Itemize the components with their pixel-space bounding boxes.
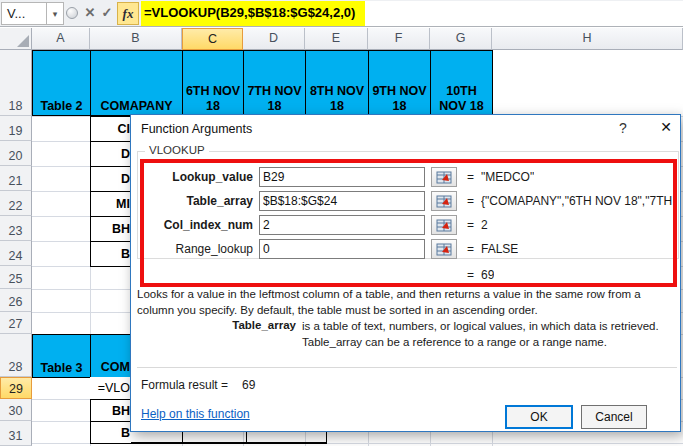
- column-header-e[interactable]: E: [305, 28, 368, 50]
- table-border: [326, 432, 327, 443]
- row-header-30[interactable]: 30: [0, 399, 32, 421]
- row-header-23[interactable]: 23: [0, 216, 32, 241]
- row-header-20[interactable]: 20: [0, 141, 32, 166]
- range-picker-icon: [436, 171, 452, 184]
- select-all-corner[interactable]: [0, 28, 32, 50]
- row-header-29[interactable]: 29: [0, 377, 32, 399]
- row-header-22[interactable]: 22: [0, 191, 32, 216]
- help-on-this-function-link[interactable]: Help on this function: [141, 407, 250, 421]
- cell-b30[interactable]: BH: [90, 399, 131, 422]
- range-lookup-result: FALSE: [481, 239, 518, 259]
- insert-function-button[interactable]: fx: [117, 2, 139, 25]
- cell-c18-date-header[interactable]: 6TH NOV 18: [182, 50, 244, 116]
- cancel-button[interactable]: Cancel: [581, 405, 647, 429]
- column-header-f[interactable]: F: [368, 28, 430, 50]
- equals-sign: =: [467, 239, 474, 259]
- lookup-value-result: "MEDCO": [481, 167, 534, 187]
- table-border: [131, 442, 327, 444]
- col-index-num-input[interactable]: [259, 215, 425, 235]
- formula-input-area[interactable]: =VLOOKUP(B29,$B$18:$G$24,2,0): [141, 1, 683, 26]
- table-array-range-picker-button[interactable]: [431, 191, 457, 211]
- range-picker-icon: [436, 195, 452, 208]
- range-lookup-input[interactable]: [259, 239, 425, 259]
- cell-b29-formula[interactable]: =VLO: [90, 377, 131, 399]
- range-lookup-range-picker-button[interactable]: [431, 239, 457, 259]
- range-picker-icon: [436, 243, 452, 256]
- function-result-value: 69: [481, 265, 494, 285]
- formula-bar: V... ▾ ✕ ✓ fx =VLOOKUP(B29,$B$18:$G$24,2…: [0, 0, 683, 27]
- range-lookup-label: Range_lookup: [137, 239, 253, 259]
- ok-button[interactable]: OK: [505, 405, 573, 429]
- column-header-d[interactable]: D: [243, 28, 305, 50]
- column-header-h[interactable]: H: [492, 28, 683, 50]
- formula-result-value: 69: [242, 378, 255, 392]
- row-header-19[interactable]: 19: [0, 116, 32, 141]
- table-array-result: {"COMAPANY","6TH NOV 18","7TH NOV: [481, 191, 677, 211]
- row-header-28[interactable]: 28: [0, 334, 32, 377]
- column-header-a[interactable]: A: [32, 28, 90, 50]
- function-arguments-dialog: Function Arguments ? ✕ VLOOKUP Lookup_va…: [130, 114, 681, 432]
- range-picker-icon: [436, 219, 452, 232]
- dialog-separator: [137, 367, 677, 368]
- column-header-g[interactable]: G: [430, 28, 492, 50]
- column-header-c[interactable]: C: [182, 28, 243, 50]
- col-index-num-result: 2: [481, 215, 488, 235]
- row-header-24[interactable]: 24: [0, 241, 32, 266]
- cell-b18-company-header[interactable]: COMAPANY: [90, 50, 183, 116]
- row-header-25[interactable]: 25: [0, 266, 32, 289]
- dialog-help-button[interactable]: ?: [613, 120, 633, 140]
- lookup-value-label: Lookup_value: [137, 167, 253, 187]
- cell-a18-table2-title[interactable]: Table 2: [32, 50, 91, 116]
- cell-b24[interactable]: B: [90, 241, 131, 267]
- cancel-formula-icon[interactable]: ✕: [82, 4, 98, 22]
- column-header-b[interactable]: B: [90, 28, 182, 50]
- cell-b31[interactable]: B: [90, 421, 131, 444]
- cell-e18-date-header[interactable]: 8TH NOV 18: [305, 50, 369, 116]
- dialog-close-icon[interactable]: ✕: [655, 119, 677, 139]
- name-box-dropdown-icon[interactable]: ▾: [47, 2, 64, 25]
- table-array-label: Table_array: [137, 191, 253, 211]
- table-array-input[interactable]: [259, 191, 425, 211]
- row-header-27[interactable]: 27: [0, 312, 32, 334]
- function-description: Looks for a value in the leftmost column…: [137, 287, 679, 318]
- select-all-triangle-icon: [17, 35, 29, 47]
- function-name-label: VLOOKUP: [145, 144, 209, 156]
- cell-b28[interactable]: COM: [90, 334, 131, 378]
- formula-result-line: Formula result =69: [141, 378, 255, 392]
- col-index-num-label: Col_index_num: [137, 215, 253, 235]
- row-header-21[interactable]: 21: [0, 166, 32, 191]
- row-header-31[interactable]: 31: [0, 421, 32, 446]
- formula-text[interactable]: =VLOOKUP(B29,$B$18:$G$24,2,0): [141, 1, 365, 26]
- cell-a28-table3-title[interactable]: Table 3: [32, 334, 91, 378]
- equals-sign: =: [467, 191, 474, 211]
- equals-sign: =: [467, 167, 474, 187]
- lookup-value-input[interactable]: [259, 167, 425, 187]
- row-header-26[interactable]: 26: [0, 289, 32, 312]
- dialog-title: Function Arguments: [141, 122, 252, 136]
- cell-f18-date-header[interactable]: 9TH NOV 18: [368, 50, 431, 116]
- cell-b20[interactable]: D: [90, 141, 131, 167]
- lookup-value-range-picker-button[interactable]: [431, 167, 457, 187]
- name-box[interactable]: V...: [1, 2, 47, 25]
- argument-description: is a table of text, numbers, or logical …: [302, 319, 680, 350]
- row-header-18[interactable]: 18: [0, 50, 32, 116]
- col-index-num-range-picker-button[interactable]: [431, 215, 457, 235]
- excel-window: V... ▾ ✕ ✓ fx =VLOOKUP(B29,$B$18:$G$24,2…: [0, 0, 683, 446]
- cell-b22[interactable]: MI: [90, 191, 131, 217]
- table-border: [182, 432, 183, 443]
- cell-b21[interactable]: D: [90, 166, 131, 192]
- equals-sign: =: [467, 265, 474, 285]
- drag-handle-icon: [66, 7, 78, 19]
- cell-b23[interactable]: BH: [90, 216, 131, 242]
- cell-b19[interactable]: CI: [90, 116, 131, 142]
- table-border: [246, 432, 247, 443]
- argument-name: Table_array: [137, 319, 296, 331]
- equals-sign: =: [467, 215, 474, 235]
- cell-g18-date-header[interactable]: 10TH NOV 18: [430, 50, 493, 116]
- enter-formula-icon[interactable]: ✓: [99, 4, 115, 22]
- cell-d18-date-header[interactable]: 7TH NOV 18: [243, 50, 306, 116]
- formula-result-label: Formula result =: [141, 378, 228, 392]
